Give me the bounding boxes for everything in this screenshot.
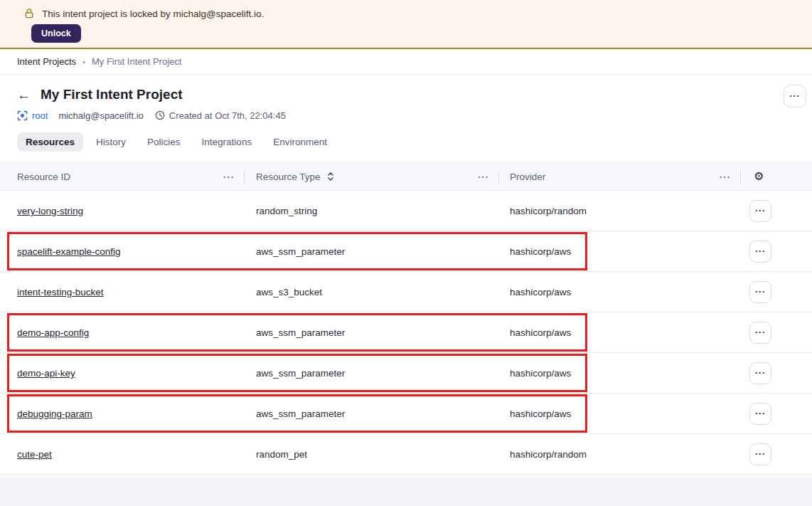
resource-type: aws_ssm_parameter — [256, 246, 345, 257]
table-row: spacelift-example-config aws_ssm_paramet… — [0, 231, 812, 272]
project-author: michalg@spacelift.io — [58, 110, 143, 121]
lock-banner-message: This intent project is locked by michalg… — [42, 9, 264, 19]
row-actions-button[interactable]: ··· — [749, 241, 771, 263]
unlock-button[interactable]: Unlock — [31, 24, 81, 43]
resource-type: aws_ssm_parameter — [256, 327, 345, 338]
column-header-provider: Provider ··· — [499, 163, 741, 190]
table-row: demo-app-config aws_ssm_parameter hashic… — [0, 312, 812, 353]
project-meta: root michalg@spacelift.io Created at Oct… — [17, 109, 795, 122]
table-row: demo-api-key aws_ssm_parameter hashicorp… — [0, 353, 812, 394]
column-label: Resource Type — [256, 172, 321, 182]
project-more-actions-button[interactable]: ··· — [784, 85, 806, 107]
tab-bar: Resources History Policies Integrations … — [17, 132, 795, 152]
breadcrumb-separator: • — [82, 58, 85, 66]
resource-provider: hashicorp/random — [510, 449, 587, 460]
tab-environment[interactable]: Environment — [265, 132, 336, 152]
tab-integrations[interactable]: Integrations — [193, 132, 261, 152]
row-actions-button[interactable]: ··· — [749, 281, 771, 303]
created-at-text: Created at Oct 7th, 22:04:45 — [169, 110, 286, 121]
breadcrumb-current-project: My First Intent Project — [92, 56, 181, 67]
column-menu-icon[interactable]: ··· — [223, 172, 235, 182]
created-at: Created at Oct 7th, 22:04:45 — [155, 110, 286, 121]
row-actions-button[interactable]: ··· — [749, 200, 771, 222]
column-header-resource-id: Resource ID ··· — [0, 163, 245, 190]
resource-id-link[interactable]: intent-testing-bucket — [17, 287, 104, 297]
lock-open-icon — [23, 8, 35, 19]
resource-provider: hashicorp/aws — [510, 327, 571, 338]
tab-history[interactable]: History — [87, 132, 134, 152]
resource-id-link[interactable]: cute-pet — [17, 449, 52, 460]
resource-type: aws_ssm_parameter — [256, 409, 345, 419]
resource-type: aws_ssm_parameter — [256, 368, 345, 379]
column-menu-icon[interactable]: ··· — [720, 172, 731, 182]
lock-banner: This intent project is locked by michalg… — [0, 0, 812, 49]
resource-type: aws_s3_bucket — [256, 287, 322, 297]
row-actions-button[interactable]: ··· — [749, 403, 771, 425]
gear-icon[interactable]: ⚙ — [754, 171, 764, 182]
footer-strip — [0, 478, 812, 506]
resource-type: random_pet — [256, 449, 307, 460]
resource-id-link[interactable]: spacelift-example-config — [17, 246, 121, 257]
space-name[interactable]: root — [32, 110, 48, 121]
table-row: debugging-param aws_ssm_parameter hashic… — [0, 394, 812, 434]
table-row: intent-testing-bucket aws_s3_bucket hash… — [0, 272, 812, 312]
page-header: ← My First Intent Project ··· root micha… — [0, 75, 812, 152]
column-header-settings: ⚙ — [741, 163, 812, 190]
table-row: cute-pet random_pet hashicorp/random ··· — [0, 434, 812, 475]
resource-id-link[interactable]: very-long-string — [17, 206, 83, 216]
table-header: Resource ID ··· Resource Type ··· Provid… — [0, 162, 812, 191]
clock-icon — [155, 110, 165, 120]
resource-provider: hashicorp/aws — [510, 287, 571, 297]
resource-id-link[interactable]: debugging-param — [17, 409, 92, 419]
tab-policies[interactable]: Policies — [139, 132, 189, 152]
column-menu-icon[interactable]: ··· — [478, 172, 489, 182]
row-actions-button[interactable]: ··· — [749, 362, 771, 384]
page-title: My First Intent Project — [41, 85, 183, 105]
breadcrumb-intent-projects[interactable]: Intent Projects — [17, 56, 76, 67]
breadcrumb: Intent Projects • My First Intent Projec… — [0, 49, 812, 75]
column-label: Provider — [510, 172, 545, 182]
resource-provider: hashicorp/aws — [510, 368, 571, 379]
tab-resources[interactable]: Resources — [17, 132, 83, 152]
resource-id-link[interactable]: demo-api-key — [17, 368, 75, 379]
table-row: very-long-string random_string hashicorp… — [0, 191, 812, 231]
resource-provider: hashicorp/aws — [510, 246, 571, 257]
column-label: Resource ID — [17, 172, 70, 182]
row-actions-button[interactable]: ··· — [749, 322, 771, 344]
column-header-resource-type: Resource Type ··· — [245, 163, 499, 190]
resource-id-link[interactable]: demo-app-config — [17, 327, 89, 338]
space-icon — [17, 110, 28, 121]
resource-provider: hashicorp/random — [510, 206, 587, 216]
sort-icon[interactable] — [327, 172, 334, 181]
space-link[interactable]: root — [17, 110, 48, 121]
back-arrow-icon[interactable]: ← — [17, 88, 31, 102]
resource-type: random_string — [256, 206, 317, 216]
table-body: very-long-string random_string hashicorp… — [0, 191, 812, 475]
row-actions-button[interactable]: ··· — [749, 443, 771, 465]
resource-provider: hashicorp/aws — [510, 409, 571, 419]
